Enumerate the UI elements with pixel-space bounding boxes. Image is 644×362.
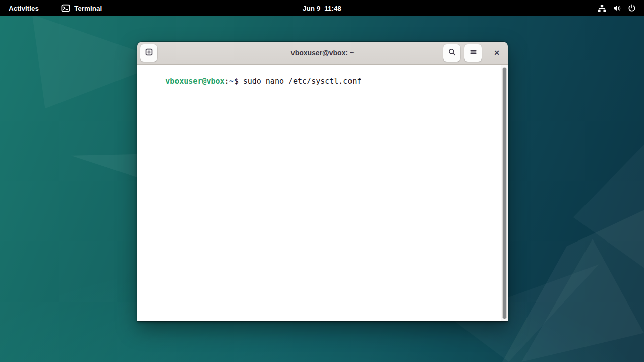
volume-icon xyxy=(613,4,621,12)
focused-app-indicator[interactable]: Terminal xyxy=(56,2,106,15)
clock-date: Jun 9 xyxy=(303,5,320,12)
activities-label: Activities xyxy=(9,5,39,12)
close-icon: ✕ xyxy=(494,49,500,57)
network-wired-icon xyxy=(598,5,606,12)
terminal-window: vboxuser@vbox: ~ xyxy=(137,42,508,321)
typed-command: sudo nano /etc/sysctl.conf xyxy=(243,77,362,86)
new-tab-button[interactable] xyxy=(140,44,157,62)
focused-app-label: Terminal xyxy=(74,5,102,12)
menu-button[interactable] xyxy=(464,44,482,62)
activities-button[interactable]: Activities xyxy=(4,2,43,15)
hamburger-menu-icon xyxy=(469,48,478,58)
scrollbar-track[interactable] xyxy=(501,65,508,321)
new-tab-icon xyxy=(145,48,153,58)
search-icon xyxy=(448,48,456,58)
close-button[interactable]: ✕ xyxy=(490,44,504,62)
desktop: Activities Terminal Jun 9 11:48 xyxy=(0,0,644,362)
top-bar: Activities Terminal Jun 9 11:48 xyxy=(0,0,644,16)
clock-button[interactable]: Jun 9 11:48 xyxy=(298,2,346,15)
terminal-content[interactable]: vboxuser@vbox:~$sudo nano /etc/sysctl.co… xyxy=(137,65,508,321)
terminal-icon xyxy=(61,4,70,13)
system-menu[interactable] xyxy=(593,2,641,15)
prompt-symbol: $ xyxy=(234,77,239,86)
power-icon xyxy=(628,4,636,12)
window-title: vboxuser@vbox: ~ xyxy=(291,49,354,57)
scrollbar-thumb[interactable] xyxy=(502,67,507,319)
prompt-colon: : xyxy=(225,77,229,86)
prompt-line: vboxuser@vbox:~$sudo nano /etc/sysctl.co… xyxy=(165,77,361,86)
search-button[interactable] xyxy=(443,44,460,62)
headerbar[interactable]: vboxuser@vbox: ~ xyxy=(137,42,508,65)
clock-time: 11:48 xyxy=(324,5,341,12)
prompt-path: ~ xyxy=(229,77,234,86)
prompt-user-host: vboxuser@vbox xyxy=(165,77,224,86)
